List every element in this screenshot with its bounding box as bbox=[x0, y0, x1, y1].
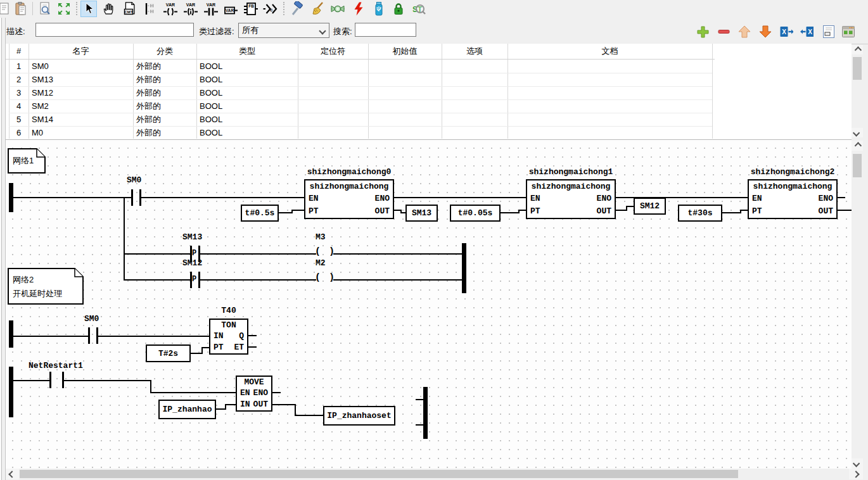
column-header[interactable]: # bbox=[9, 44, 29, 59]
fb-title: shizhongmaichong bbox=[305, 180, 393, 193]
scroll-up-button[interactable] bbox=[852, 141, 863, 151]
function-block[interactable]: shizhongmaichong ENENO PTOUT bbox=[748, 179, 838, 219]
import-excel-button[interactable]: X bbox=[800, 25, 814, 39]
type-filter-label: 类过滤器: bbox=[199, 26, 234, 37]
wire bbox=[64, 380, 151, 381]
coil-label: M3 bbox=[316, 232, 326, 242]
build-icon[interactable] bbox=[288, 1, 305, 17]
table-row[interactable]: 4 SM2 外部的 BOOL bbox=[9, 99, 712, 113]
table-row[interactable]: 1 SM0 外部的 BOOL bbox=[9, 60, 712, 73]
table-row[interactable]: 3 SM12 外部的 BOOL bbox=[9, 86, 712, 100]
window-edge bbox=[0, 18, 6, 480]
table-row[interactable]: 6 M0 外部的 BOOL bbox=[9, 126, 712, 140]
fb-pin: PT bbox=[214, 342, 224, 353]
paste-icon[interactable] bbox=[13, 1, 29, 17]
copy-icon[interactable] bbox=[0, 1, 12, 17]
fb-pin: OUT bbox=[819, 205, 833, 218]
remove-variable-button[interactable] bbox=[717, 25, 731, 39]
move-up-button[interactable] bbox=[737, 25, 751, 39]
pan-tool-icon[interactable] bbox=[101, 1, 118, 17]
contact-tool-icon[interactable]: VAR bbox=[203, 1, 219, 17]
operand-box[interactable]: T#2s bbox=[146, 344, 191, 362]
fb-pin: OUT bbox=[253, 399, 268, 410]
result-box[interactable]: SM13 bbox=[405, 205, 438, 222]
scrollbar-thumb[interactable] bbox=[853, 57, 862, 80]
contact-label: NetRestart1 bbox=[29, 361, 83, 370]
fb-pin: PT bbox=[530, 205, 540, 218]
move-down-button[interactable] bbox=[758, 25, 772, 39]
wire bbox=[627, 206, 634, 207]
print-preview-icon[interactable] bbox=[37, 1, 53, 17]
column-header[interactable]: 分类 bbox=[133, 44, 196, 59]
wire bbox=[394, 197, 526, 198]
search-input[interactable] bbox=[355, 23, 416, 37]
contact[interactable] bbox=[131, 189, 133, 206]
scroll-down-button[interactable] bbox=[852, 128, 863, 137]
table-row[interactable]: 5 SM14 外部的 BOOL bbox=[9, 113, 712, 127]
move-block[interactable]: MOVE ENENO INOUT bbox=[236, 376, 272, 412]
var-name: SM14 bbox=[32, 113, 53, 126]
wire bbox=[13, 336, 88, 337]
operand-box[interactable]: t#30s bbox=[678, 205, 722, 222]
power-rail bbox=[462, 243, 466, 293]
table-row[interactable]: 2 SM13 外部的 BOOL bbox=[9, 73, 712, 87]
scrollbar-thumb[interactable] bbox=[853, 154, 862, 177]
ladder-editor[interactable]: 网络1 SM0 shizhongmaichong0 shizhongmaicho… bbox=[5, 139, 852, 469]
operand-box[interactable]: IP_zhanhao bbox=[158, 400, 216, 419]
jump-tool-icon[interactable]: c bbox=[262, 1, 279, 17]
column-header[interactable]: 选项 bbox=[442, 44, 507, 59]
svg-text:c: c bbox=[270, 7, 273, 13]
column-header[interactable]: 文档 bbox=[507, 44, 712, 59]
function-block[interactable]: shizhongmaichong ENENO PTOUT bbox=[526, 179, 616, 219]
select-tool-icon[interactable] bbox=[80, 1, 97, 17]
timer-block[interactable]: TON INQ PTET bbox=[209, 319, 248, 355]
contact[interactable] bbox=[88, 327, 90, 344]
function-block[interactable]: shizhongmaichong ENENO PTOUT bbox=[304, 179, 394, 219]
network1-comment-box[interactable]: 网络1 bbox=[8, 148, 46, 176]
usb-download-icon[interactable] bbox=[371, 1, 387, 17]
online-connect-icon[interactable] bbox=[329, 1, 346, 17]
type-filter-select[interactable]: 所有 bbox=[238, 23, 329, 38]
description-label: 描述: bbox=[6, 26, 25, 37]
fit-to-screen-icon[interactable] bbox=[56, 1, 72, 17]
comment-tool-icon[interactable]: CMT bbox=[122, 1, 138, 17]
scroll-up-button[interactable] bbox=[852, 45, 863, 54]
lock-icon[interactable] bbox=[390, 1, 407, 17]
result-box[interactable]: SM12 bbox=[634, 198, 666, 215]
export-excel-button[interactable]: X bbox=[779, 25, 793, 39]
variable-box-tool-icon[interactable]: VAR bbox=[223, 1, 239, 17]
svg-text:X: X bbox=[808, 28, 812, 35]
toolbar-grip bbox=[283, 2, 287, 15]
var-category: 外部的 bbox=[136, 126, 161, 139]
wire bbox=[416, 424, 423, 426]
panel-layout-button[interactable] bbox=[841, 25, 855, 39]
variable-table: # 名字 分类 类型 定位符 初始值 选项 文档 1 SM0 外部的 BOOL … bbox=[5, 44, 852, 139]
function-block-tool-icon[interactable]: FB bbox=[243, 1, 259, 17]
fb-pin: ENO bbox=[375, 193, 390, 205]
st-view-icon[interactable]: ST bbox=[411, 1, 427, 17]
column-header[interactable]: 定位符 bbox=[298, 44, 368, 59]
scroll-down-button[interactable] bbox=[852, 458, 863, 469]
coil[interactable]: ( ) bbox=[315, 272, 336, 283]
result-box[interactable]: IP_zhanhaoset bbox=[323, 406, 395, 426]
document-view-button[interactable] bbox=[822, 25, 836, 39]
column-header[interactable]: 初始值 bbox=[368, 44, 442, 59]
svg-text:FB: FB bbox=[248, 4, 254, 8]
operand-box[interactable]: t#0.05s bbox=[450, 205, 501, 222]
add-variable-button[interactable] bbox=[696, 25, 710, 39]
scroll-right-button[interactable] bbox=[849, 469, 863, 479]
set-coil-tool-icon[interactable]: VAR bbox=[182, 1, 199, 17]
column-header[interactable]: 类型 bbox=[196, 44, 298, 59]
scroll-left-button[interactable] bbox=[5, 469, 19, 479]
branch-tool-icon[interactable] bbox=[142, 1, 158, 17]
contact[interactable] bbox=[49, 372, 51, 388]
coil-tool-icon[interactable]: VAR bbox=[162, 1, 179, 17]
description-input[interactable] bbox=[35, 23, 194, 37]
coil[interactable]: ( ) bbox=[315, 246, 336, 257]
power-run-icon[interactable] bbox=[350, 1, 367, 17]
operand-box[interactable]: t#0.5s bbox=[241, 205, 279, 222]
column-header[interactable]: 名字 bbox=[29, 44, 133, 59]
scrollbar-thumb[interactable] bbox=[20, 470, 738, 478]
network2-comment-box[interactable]: 网络2 开机延时处理 bbox=[8, 268, 84, 307]
clean-icon[interactable] bbox=[309, 1, 326, 17]
